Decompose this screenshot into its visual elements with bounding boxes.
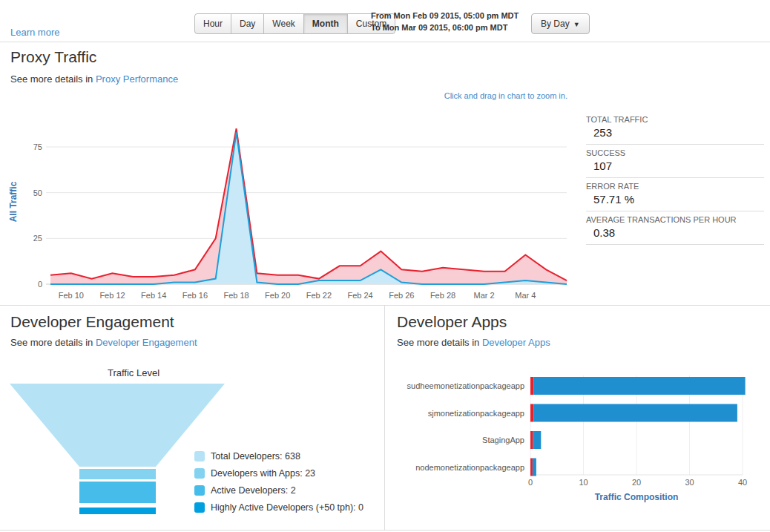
stat-label: TOTAL TRAFFIC	[586, 115, 764, 124]
legend-label: Active Developers: 2	[211, 485, 296, 496]
developer-engagement-section: Developer Engagement See more details in…	[0, 306, 385, 530]
range-button-hour[interactable]: Hour	[194, 13, 231, 34]
legend-swatch	[194, 451, 205, 462]
svg-text:Feb 10: Feb 10	[59, 291, 84, 300]
stat-label: ERROR RATE	[586, 182, 764, 191]
legend-label: Total Developers: 638	[211, 451, 300, 462]
granularity-label: By Day	[541, 19, 570, 29]
funnel-legend: Total Developers: 638 Developers with Ap…	[194, 451, 363, 519]
svg-text:nodemonetizationpackageapp: nodemonetizationpackageapp	[415, 463, 524, 472]
stat-avg-tph: AVERAGE TRANSACTIONS PER HOUR 0.38	[586, 213, 764, 245]
learn-more-link[interactable]: Learn more	[10, 27, 59, 38]
svg-text:20: 20	[632, 478, 641, 487]
legend-swatch	[194, 485, 205, 496]
stat-success: SUCCESS 107	[586, 146, 764, 178]
funnel-title: Traffic Level	[7, 367, 260, 378]
svg-text:0: 0	[38, 280, 42, 289]
traffic-stats-panel: TOTAL TRAFFIC 253 SUCCESS 107 ERROR RATE…	[586, 113, 764, 246]
range-button-day[interactable]: Day	[231, 13, 264, 34]
stat-label: SUCCESS	[586, 148, 764, 157]
legend-label: Developers with Apps: 23	[211, 468, 315, 479]
proxy-traffic-chart[interactable]: 0255075Feb 10Feb 12Feb 14Feb 16Feb 18Feb…	[6, 109, 577, 303]
svg-text:75: 75	[33, 142, 42, 151]
dashboard-page: Learn more Hour Day Week Month Custom Fr…	[0, 0, 770, 532]
developer-apps-section: Developer Apps See more details in Devel…	[385, 306, 770, 530]
svg-text:All Traffic: All Traffic	[8, 181, 19, 222]
granularity-dropdown[interactable]: By Day▼	[531, 13, 590, 34]
svg-text:Feb 12: Feb 12	[99, 291, 125, 300]
svg-text:StagingApp: StagingApp	[482, 436, 524, 444]
stat-error-rate: ERROR RATE 57.71 %	[586, 180, 764, 211]
legend-swatch	[194, 502, 205, 513]
svg-text:10: 10	[579, 478, 588, 487]
svg-text:Feb 20: Feb 20	[265, 291, 290, 300]
svg-text:40: 40	[738, 478, 747, 487]
date-range-to: To Mon Mar 09 2015, 06:00 pm MDT	[371, 22, 519, 33]
svg-text:Feb 28: Feb 28	[430, 291, 455, 300]
stat-total-traffic: TOTAL TRAFFIC 253	[586, 113, 764, 145]
svg-text:sjmonetizationpackageapp: sjmonetizationpackageapp	[428, 409, 524, 418]
developer-engagement-link[interactable]: Developer Engagement	[96, 337, 197, 348]
svg-text:sudheemonetizationpackageapp: sudheemonetizationpackageapp	[407, 381, 524, 390]
svg-text:Feb 22: Feb 22	[306, 291, 332, 300]
developer-apps-subtitle: See more details in Developer Apps	[397, 337, 550, 348]
range-button-week[interactable]: Week	[263, 13, 303, 34]
caret-down-icon: ▼	[573, 21, 580, 28]
legend-swatch	[194, 468, 205, 479]
stat-value: 57.71 %	[586, 193, 764, 206]
chart-zoom-hint: Click and drag in chart to zoom in.	[444, 91, 567, 100]
toolbar: Learn more Hour Day Week Month Custom Fr…	[0, 0, 770, 42]
date-range: From Mon Feb 09 2015, 05:00 pm MDT To Mo…	[371, 10, 519, 33]
apps-details-prefix: See more details in	[397, 337, 479, 348]
engagement-details-prefix: See more details in	[10, 337, 93, 348]
proxy-traffic-title: Proxy Traffic	[10, 48, 96, 66]
proxy-traffic-section: Proxy Traffic See more details in Proxy …	[0, 42, 770, 305]
legend-item-developers-with-apps: Developers with Apps: 23	[194, 468, 363, 479]
date-range-from: From Mon Feb 09 2015, 05:00 pm MDT	[371, 10, 519, 22]
svg-text:Feb 14: Feb 14	[141, 291, 166, 300]
developer-apps-title: Developer Apps	[397, 313, 507, 331]
proxy-traffic-subtitle: See more details in Proxy Performance	[10, 73, 178, 85]
stat-value: 0.38	[586, 226, 764, 239]
proxy-details-prefix: See more details in	[10, 73, 93, 85]
svg-text:30: 30	[685, 478, 694, 487]
developer-engagement-subtitle: See more details in Developer Engagement	[10, 337, 197, 348]
proxy-performance-link[interactable]: Proxy Performance	[96, 73, 178, 85]
stat-value: 107	[586, 160, 764, 172]
range-button-month[interactable]: Month	[303, 13, 348, 34]
legend-item-active-developers: Active Developers: 2	[194, 485, 363, 496]
svg-text:Mar 2: Mar 2	[474, 291, 495, 300]
legend-item-total-developers: Total Developers: 638	[194, 451, 363, 462]
svg-text:Feb 24: Feb 24	[347, 291, 372, 300]
svg-text:Mar 4: Mar 4	[515, 291, 536, 300]
stat-value: 253	[586, 126, 764, 139]
legend-item-highly-active-developers: Highly Active Developers (+50 tph): 0	[194, 502, 363, 513]
bottom-row: Developer Engagement See more details in…	[0, 305, 770, 531]
developer-apps-link[interactable]: Developer Apps	[482, 337, 550, 348]
range-button-group: Hour Day Week Month Custom	[194, 13, 395, 34]
svg-text:25: 25	[33, 234, 42, 243]
stat-label: AVERAGE TRANSACTIONS PER HOUR	[586, 215, 764, 224]
developer-apps-bar-chart: 010203040sudheemonetizationpackageappsjm…	[385, 371, 767, 506]
svg-text:Feb 26: Feb 26	[389, 291, 414, 300]
svg-text:Feb 18: Feb 18	[223, 291, 249, 300]
svg-text:Feb 16: Feb 16	[182, 291, 208, 300]
legend-label: Highly Active Developers (+50 tph): 0	[211, 502, 363, 513]
svg-text:0: 0	[528, 478, 533, 487]
developer-engagement-title: Developer Engagement	[10, 313, 174, 331]
svg-text:Traffic Composition: Traffic Composition	[595, 492, 679, 502]
svg-text:50: 50	[33, 188, 42, 197]
